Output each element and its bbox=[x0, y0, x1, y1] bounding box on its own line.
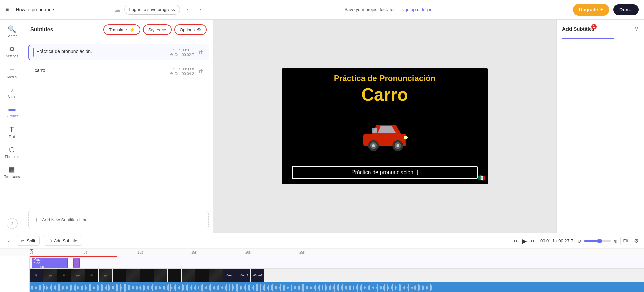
svg-rect-127 bbox=[187, 284, 188, 291]
delete-subtitle-1[interactable]: 🗑 bbox=[197, 48, 205, 57]
add-new-subtitles-line[interactable]: ＋ Add New Subtitles Line bbox=[28, 211, 209, 229]
zoom-slider[interactable] bbox=[584, 240, 611, 242]
svg-rect-221 bbox=[314, 286, 315, 289]
svg-rect-60 bbox=[97, 284, 98, 291]
svg-rect-38 bbox=[67, 286, 68, 289]
styles-label: Styles bbox=[148, 27, 160, 32]
save-progress-button[interactable]: Log in to save progress bbox=[124, 5, 180, 15]
svg-rect-238 bbox=[337, 285, 338, 290]
svg-rect-299 bbox=[419, 285, 420, 290]
svg-rect-36 bbox=[65, 285, 65, 290]
sidebar-item-audio[interactable]: ♪ Audio bbox=[1, 83, 23, 101]
sidebar-item-subtitles[interactable]: ▬ Subtitles bbox=[1, 103, 23, 121]
options-button[interactable]: Options ⚙ bbox=[174, 24, 207, 35]
svg-rect-304 bbox=[426, 286, 427, 289]
play-button[interactable]: ▶ bbox=[522, 237, 527, 245]
subtitle-item[interactable]: Práctica de pronunciación. ⏱ In 00:01.1 … bbox=[28, 44, 209, 60]
svg-rect-49 bbox=[82, 285, 83, 290]
subtitle-times-1: ⏱ In 00:01.1 ⏱ Out 00:02.7 bbox=[170, 48, 194, 57]
sign-up-link[interactable]: sign up bbox=[401, 7, 416, 12]
timeline-back-button[interactable]: ‹ bbox=[5, 237, 12, 245]
svg-rect-195 bbox=[279, 287, 280, 288]
svg-rect-262 bbox=[369, 285, 370, 290]
add-subtitle-label: Add Subtitle bbox=[54, 238, 78, 243]
subtitle-clip-2[interactable] bbox=[73, 258, 80, 268]
sidebar-item-search[interactable]: 🔍 Search bbox=[1, 22, 23, 41]
settings-icon: ⚙ bbox=[9, 45, 15, 53]
sidebar-item-settings[interactable]: ⚙ Settings bbox=[1, 42, 23, 61]
log-in-link[interactable]: log in bbox=[422, 7, 432, 12]
svg-rect-182 bbox=[262, 285, 262, 290]
svg-rect-73 bbox=[115, 287, 115, 288]
upgrade-button[interactable]: Upgrade + bbox=[573, 4, 609, 16]
zoom-out-button[interactable]: ⊖ bbox=[577, 238, 581, 244]
svg-rect-197 bbox=[282, 284, 282, 291]
svg-rect-218 bbox=[310, 286, 311, 289]
subtitle-clip-1[interactable]: Práctia depronun bbox=[32, 258, 68, 268]
done-button[interactable]: Don... bbox=[613, 4, 639, 15]
svg-rect-61 bbox=[98, 285, 99, 290]
audio-track[interactable] bbox=[30, 282, 644, 292]
svg-rect-11 bbox=[31, 286, 32, 289]
video-thumb: 🚗 bbox=[43, 269, 57, 282]
svg-rect-265 bbox=[373, 286, 374, 289]
video-flag: 🇲🇽 bbox=[478, 174, 485, 182]
svg-rect-89 bbox=[136, 286, 137, 290]
video-thumb: ¡Carro! bbox=[251, 269, 264, 282]
sidebar-item-elements[interactable]: ⬡ Elements bbox=[1, 143, 23, 161]
help-button[interactable]: ? bbox=[7, 218, 18, 229]
svg-rect-10 bbox=[30, 285, 30, 290]
sidebar-item-templates[interactable]: ▦ Templates bbox=[1, 163, 23, 181]
sidebar-item-text[interactable]: T Text bbox=[1, 122, 23, 141]
svg-rect-24 bbox=[49, 285, 49, 290]
video-track[interactable]: ▣ 🚗 ▣ 🚗 ▣ 🚗 bbox=[30, 269, 644, 282]
subtitle-text-1: Práctica de pronunciación. bbox=[36, 48, 167, 57]
svg-point-4 bbox=[372, 144, 375, 147]
timeline-playhead[interactable] bbox=[32, 249, 32, 256]
svg-rect-99 bbox=[150, 287, 150, 289]
svg-rect-229 bbox=[325, 284, 326, 291]
subtitle-track[interactable]: Práctia depronun bbox=[30, 256, 644, 269]
delete-subtitle-2[interactable]: 🗑 bbox=[197, 67, 205, 76]
svg-rect-27 bbox=[53, 286, 53, 289]
subtitle-item[interactable]: carro ⏱ In 00:03.8 ⏱ Out 00:04.2 🗑 bbox=[28, 63, 209, 79]
svg-rect-118 bbox=[175, 284, 176, 291]
svg-rect-305 bbox=[427, 286, 428, 289]
svg-rect-141 bbox=[206, 286, 207, 289]
translate-button[interactable]: Translate ⚡ bbox=[103, 24, 140, 35]
upgrade-plus-icon: + bbox=[600, 7, 603, 13]
add-subtitle-button[interactable]: ⊕ Add Subtitle bbox=[44, 236, 82, 246]
svg-rect-18 bbox=[40, 285, 41, 290]
zoom-in-button[interactable]: ⊕ bbox=[614, 238, 618, 244]
timeline-settings-button[interactable]: ⚙ bbox=[634, 238, 639, 244]
menu-icon[interactable]: ≡ bbox=[5, 6, 9, 13]
sidebar-item-media[interactable]: ＋ Media bbox=[1, 62, 23, 82]
rewind-button[interactable]: ⏮ bbox=[512, 238, 518, 244]
clock-in-icon-2: ⏱ bbox=[173, 67, 176, 71]
forward-button[interactable]: ⏭ bbox=[531, 238, 536, 244]
sidebar-label-search: Search bbox=[7, 34, 18, 38]
split-button[interactable]: ✂ Split bbox=[17, 236, 39, 246]
time-in-label-1: In bbox=[177, 48, 180, 52]
svg-rect-119 bbox=[177, 286, 177, 289]
svg-rect-157 bbox=[228, 285, 228, 290]
svg-rect-283 bbox=[398, 286, 398, 289]
svg-rect-211 bbox=[301, 285, 301, 290]
redo-button[interactable]: → bbox=[195, 5, 204, 14]
styles-button[interactable]: Styles ✏ bbox=[143, 24, 172, 35]
video-thumbnails: ▣ 🚗 ▣ 🚗 ▣ 🚗 bbox=[30, 269, 644, 282]
svg-rect-230 bbox=[326, 286, 327, 290]
svg-rect-154 bbox=[224, 286, 224, 289]
video-car-area bbox=[358, 105, 412, 166]
svg-rect-43 bbox=[74, 285, 75, 290]
video-thumb bbox=[126, 269, 140, 282]
undo-button[interactable]: ← bbox=[184, 5, 193, 14]
sidebar-label-audio: Audio bbox=[8, 95, 17, 99]
svg-rect-260 bbox=[367, 285, 367, 290]
svg-rect-240 bbox=[340, 284, 340, 291]
video-subtitle-cursor: | bbox=[417, 169, 418, 175]
zoom-fit-button[interactable]: Fit bbox=[620, 237, 631, 245]
svg-rect-152 bbox=[221, 287, 222, 288]
add-subtitles-close-button[interactable]: ∨ bbox=[634, 25, 639, 32]
svg-rect-244 bbox=[345, 286, 346, 289]
